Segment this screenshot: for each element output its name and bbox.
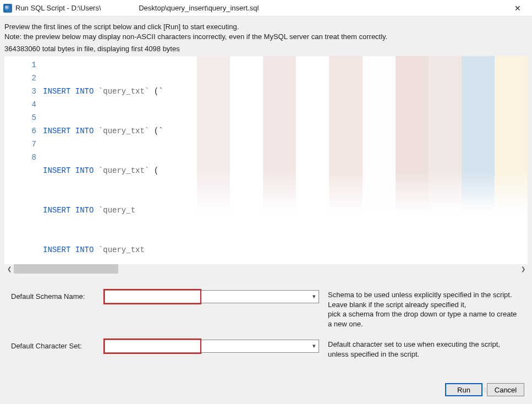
- code-area[interactable]: INSERT INTO `query_txt` (` INSERT INTO `…: [43, 56, 528, 264]
- code-line: INSERT INTO `query_t: [43, 204, 528, 217]
- script-preview: 1 2 3 4 5 6 7 8 INSERT INTO `query_txt` …: [4, 56, 528, 264]
- code-line: INSERT INTO `query_txt` (`: [43, 85, 528, 98]
- code-line: INSERT INTO `query_txt` (`: [43, 124, 528, 138]
- charset-combobox[interactable]: [105, 340, 319, 353]
- charset-label: Default Character Set:: [11, 340, 105, 350]
- schema-help-text: Schema to be used unless explicitly spec…: [319, 290, 521, 329]
- line-number: 3: [4, 85, 36, 98]
- horizontal-scrollbar[interactable]: ❮ ❯: [4, 264, 528, 274]
- charset-row: Default Character Set: ▾ Default charact…: [11, 340, 521, 359]
- line-gutter: 1 2 3 4 5 6 7 8: [4, 56, 43, 264]
- line-number: 7: [4, 138, 36, 151]
- instructions: Preview the first lines of the script be…: [4, 22, 528, 41]
- code-line: INSERT INTO `query_txt` (: [43, 164, 528, 177]
- line-number: 1: [4, 58, 36, 72]
- scroll-thumb[interactable]: [14, 264, 118, 274]
- titlebar: Run SQL Script - D:\Users\ Desktop\query…: [0, 0, 532, 17]
- schema-label: Default Schema Name:: [11, 290, 105, 301]
- close-button[interactable]: ✕: [506, 0, 530, 17]
- code-line: INSERT INTO `query_txt: [43, 243, 528, 256]
- line-number: 8: [4, 151, 36, 164]
- file-size-note: 364383060 total bytes in file, displayin…: [4, 45, 528, 53]
- line-number: 4: [4, 98, 36, 111]
- line-number: 2: [4, 72, 36, 85]
- scroll-left-icon[interactable]: ❮: [4, 264, 14, 274]
- dialog-content: Preview the first lines of the script be…: [0, 17, 532, 374]
- schema-row: Default Schema Name: ▾ Schema to be used…: [11, 290, 521, 329]
- instructions-line-1: Preview the first lines of the script be…: [4, 22, 528, 32]
- scroll-track[interactable]: [14, 264, 518, 274]
- line-number: 6: [4, 124, 36, 138]
- charset-help-text: Default character set to use when execut…: [319, 340, 521, 359]
- schema-combobox[interactable]: [105, 290, 319, 303]
- dialog-buttons: Run Cancel: [445, 383, 524, 396]
- window-title-suffix: Desktop\query_insert\query_insert.sql: [139, 4, 259, 12]
- app-icon: [3, 4, 12, 13]
- options-form: Default Schema Name: ▾ Schema to be used…: [4, 274, 528, 359]
- close-icon: ✕: [514, 4, 521, 13]
- instructions-line-2: Note: the preview below may display non-…: [4, 32, 528, 42]
- scroll-right-icon[interactable]: ❯: [518, 264, 528, 274]
- run-button[interactable]: Run: [445, 383, 482, 396]
- window-title-prefix: Run SQL Script - D:\Users\: [15, 4, 101, 12]
- cancel-button[interactable]: Cancel: [487, 383, 524, 396]
- line-number: 5: [4, 111, 36, 124]
- window-title-redacted: [101, 4, 139, 12]
